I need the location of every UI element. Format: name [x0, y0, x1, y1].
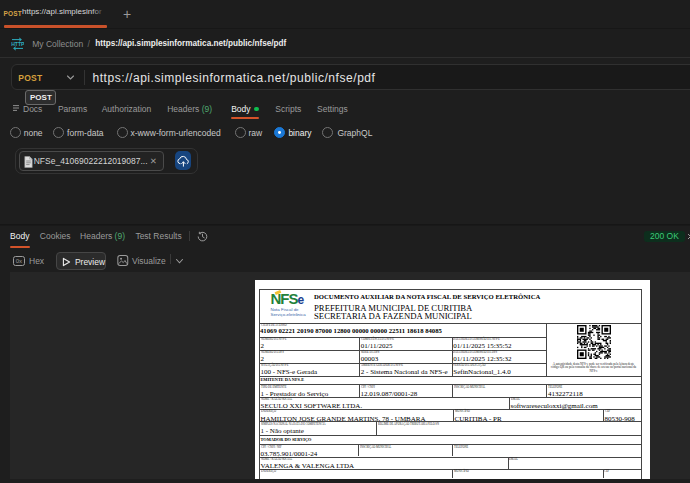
svg-text:HTTP: HTTP — [11, 40, 24, 46]
